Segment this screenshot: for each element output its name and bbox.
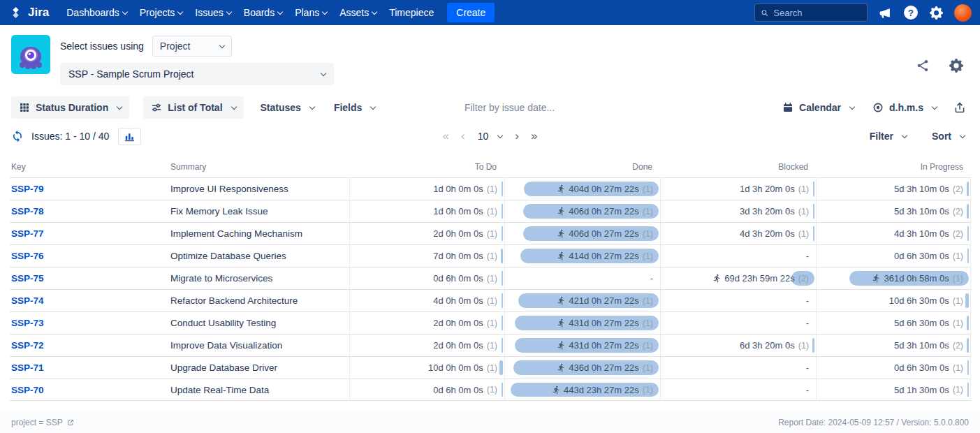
list-mode-select[interactable]: List of Total: [143, 96, 243, 119]
duration-cell: 5d 1h 30m 0s(1): [816, 379, 971, 400]
refresh-button[interactable]: [10, 129, 25, 144]
duration-value: 5d 3h 10m 0s: [894, 340, 949, 351]
duration-bar: [502, 182, 503, 196]
issues-count-label: Issues: 1 - 10 / 40: [31, 131, 109, 142]
issue-key-link[interactable]: SSP-70: [10, 385, 163, 395]
report-settings-button[interactable]: [948, 57, 965, 74]
question-mark-icon: ?: [904, 6, 918, 20]
issue-key-link[interactable]: SSP-78: [10, 206, 163, 216]
duration-bar: [499, 360, 503, 375]
duration-value: 0d 6h 0m 0s: [433, 273, 483, 284]
page-size-value: 10: [478, 131, 489, 142]
prev-page-button[interactable]: ‹: [458, 128, 469, 145]
status-count: (1): [643, 363, 653, 373]
report-type-select[interactable]: Status Duration: [11, 96, 129, 119]
runner-icon: [557, 207, 566, 216]
create-button[interactable]: Create: [447, 3, 495, 22]
duration-value: 1d 0h 0m 0s: [433, 206, 483, 216]
duration-bar: [813, 182, 814, 196]
nav-item-timepiece[interactable]: Timepiece: [383, 1, 440, 24]
search-input[interactable]: [773, 8, 861, 18]
share-button[interactable]: [914, 57, 931, 74]
time-format-select[interactable]: d.h.m.s: [870, 97, 939, 118]
issue-key-link[interactable]: SSP-79: [10, 184, 163, 194]
column-header-summary[interactable]: Summary: [163, 152, 349, 177]
nav-item-issues[interactable]: Issues: [189, 1, 237, 24]
list-mode-value: List of Total: [168, 102, 222, 113]
status-count: (1): [953, 274, 963, 284]
nav-item-boards[interactable]: Boards: [237, 1, 288, 24]
duration-cell: 69d 23h 59m 22s(2): [660, 267, 816, 289]
issue-source-select[interactable]: Project: [152, 36, 232, 57]
duration-cell: 5d 3h 10m 0s(2): [816, 200, 971, 222]
issue-key-link[interactable]: SSP-74: [10, 295, 163, 306]
announcements-button[interactable]: [878, 6, 893, 20]
issue-summary: Update Real-Time Data: [163, 385, 349, 395]
help-button[interactable]: ?: [903, 5, 919, 20]
last-page-button[interactable]: »: [527, 128, 541, 145]
nav-item-assets[interactable]: Assets: [333, 1, 383, 24]
scope-link[interactable]: project = SSP: [11, 418, 75, 427]
nav-item-plans[interactable]: Plans: [288, 1, 333, 24]
column-header-key[interactable]: Key: [10, 152, 163, 177]
top-navigation-bar: Jira DashboardsProjectsIssuesBoardsPlans…: [0, 0, 980, 25]
report-header: Select issues using Project SSP - Sample…: [0, 25, 980, 89]
user-avatar[interactable]: [954, 4, 972, 22]
issue-key-link[interactable]: SSP-76: [10, 251, 163, 261]
filter-button[interactable]: Filter: [867, 126, 909, 147]
first-page-button[interactable]: «: [439, 128, 453, 145]
calendar-select[interactable]: Calendar: [780, 97, 857, 118]
search-icon: [761, 8, 768, 17]
column-header-inprogress[interactable]: In Progress: [816, 152, 971, 177]
nav-item-dashboards[interactable]: Dashboards: [60, 1, 133, 24]
issue-key-link[interactable]: SSP-73: [10, 318, 163, 328]
nav-item-label: Timepiece: [389, 7, 434, 18]
issue-key-link[interactable]: SSP-71: [10, 362, 163, 373]
sort-button[interactable]: Sort: [929, 126, 967, 147]
grid-icon: [19, 102, 30, 113]
export-button[interactable]: [952, 100, 967, 115]
duration-cell: 406d 0h 27m 22s(1): [504, 223, 660, 244]
jira-settings-button[interactable]: [929, 6, 944, 20]
duration-bar: [967, 182, 969, 196]
runner-icon: [557, 341, 566, 350]
duration-value: 2d 0h 0m 0s: [433, 318, 483, 328]
status-count: (1): [487, 274, 497, 284]
duration-bar: [502, 204, 503, 219]
jira-logo[interactable]: Jira: [8, 6, 49, 20]
column-header-todo[interactable]: To Do: [349, 152, 504, 177]
issue-key-link[interactable]: SSP-75: [10, 273, 163, 284]
nav-item-projects[interactable]: Projects: [133, 1, 189, 24]
search-box[interactable]: [754, 3, 868, 22]
nav-item-label: Assets: [339, 7, 369, 18]
duration-value: 1d 3h 20m 0s: [740, 184, 795, 194]
project-select[interactable]: SSP - Sample Scrum Project: [60, 63, 334, 85]
duration-cell: 404d 0h 27m 22s(1): [504, 178, 660, 200]
issue-date-filter[interactable]: Filter by issue date...: [465, 102, 555, 113]
duration-cell: 4d 3h 10m 0s(2): [816, 223, 971, 244]
gear-icon: [949, 59, 963, 73]
chevron-down-icon: [497, 132, 503, 138]
fields-select[interactable]: Fields: [331, 97, 378, 118]
jira-logo-icon: [8, 6, 23, 20]
duration-bar: [967, 383, 969, 397]
column-header-done[interactable]: Done: [504, 152, 660, 177]
duration-value: 5d 3h 10m 0s: [894, 206, 949, 216]
chevron-down-icon: [219, 42, 225, 47]
chart-view-button[interactable]: [118, 128, 141, 145]
duration-cell: -: [660, 290, 816, 311]
duration-value: 0d 6h 0m 0s: [433, 385, 483, 395]
statuses-select[interactable]: Statuses: [258, 97, 317, 118]
next-page-button[interactable]: ›: [511, 128, 522, 145]
fields-label: Fields: [334, 102, 362, 113]
issue-key-link[interactable]: SSP-72: [10, 340, 163, 351]
duration-value: 4d 0h 0m 0s: [433, 295, 483, 306]
export-icon: [953, 101, 966, 114]
page-size-select[interactable]: 10: [474, 128, 507, 145]
column-header-blocked[interactable]: Blocked: [660, 152, 816, 177]
status-count: (1): [487, 341, 497, 351]
issue-key-link[interactable]: SSP-77: [10, 228, 163, 239]
status-count: (1): [643, 385, 653, 395]
duration-cell: 4d 0h 0m 0s(1): [349, 290, 504, 311]
duration-cell: 3d 3h 20m 0s(1): [660, 200, 816, 222]
